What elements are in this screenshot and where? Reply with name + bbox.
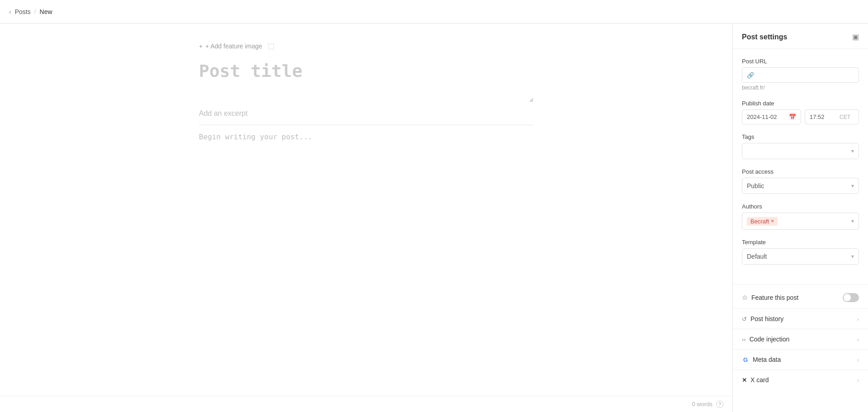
post-access-field: Post access Public Members only Paid mem…	[742, 168, 859, 194]
meta-data-row[interactable]: G Meta data ›	[733, 349, 868, 369]
post-body-input[interactable]	[199, 133, 533, 223]
code-injection-row[interactable]: ‹› Code injection ›	[733, 329, 868, 349]
star-icon: ☆	[742, 294, 748, 302]
meta-data-chevron-icon: ›	[857, 356, 859, 363]
current-page-label: New	[40, 8, 52, 15]
x-icon: ✕	[742, 377, 747, 384]
feature-image-bar: + + Add feature image ⬚	[199, 42, 533, 50]
post-title-input[interactable]	[199, 61, 533, 102]
x-card-label: X card	[750, 376, 769, 384]
timezone-label: CET	[840, 114, 850, 120]
publish-date-field: Publish date 📅 CET	[742, 100, 859, 124]
post-settings-sidebar: Post settings ▣ Post URL 🔗 becraft.fr/ P…	[732, 24, 868, 412]
word-count-bar: 0 words ?	[0, 396, 732, 412]
post-url-field: Post URL 🔗 becraft.fr/	[742, 58, 859, 91]
meta-data-label: Meta data	[753, 356, 781, 363]
post-history-row[interactable]: ↺ Post history ›	[733, 308, 868, 329]
authors-field: Authors Becraft × ▾	[742, 203, 859, 230]
sidebar-collapse-icon[interactable]: ▣	[852, 33, 859, 41]
nav-separator: /	[34, 8, 36, 15]
top-nav: ‹ Posts / New	[0, 0, 868, 24]
x-card-row[interactable]: ✕ X card ›	[733, 369, 868, 390]
tags-label: Tags	[742, 133, 859, 140]
image-settings-icon[interactable]: ⬚	[268, 42, 274, 50]
code-injection-left: ‹› Code injection	[742, 336, 789, 343]
date-input[interactable]	[747, 114, 786, 120]
time-input-wrapper: CET	[805, 109, 859, 124]
time-input[interactable]	[810, 114, 837, 120]
sidebar-title: Post settings	[742, 33, 787, 41]
meta-data-left: G Meta data	[742, 356, 781, 363]
google-g-icon: G	[742, 356, 749, 363]
template-select[interactable]: Default	[742, 249, 859, 264]
authors-chevron-icon: ▾	[851, 218, 854, 224]
tags-field: Tags ▾	[742, 133, 859, 159]
post-access-label: Post access	[742, 168, 859, 175]
authors-label: Authors	[742, 203, 859, 210]
feature-post-toggle[interactable]	[843, 293, 859, 302]
tags-select[interactable]	[742, 143, 859, 159]
editor-content: + + Add feature image ⬚	[199, 42, 533, 225]
code-injection-label: Code injection	[750, 336, 790, 343]
code-icon: ‹›	[742, 336, 746, 343]
url-base-text: becraft.fr/	[742, 85, 859, 91]
post-url-label: Post URL	[742, 58, 859, 65]
divider-1	[733, 284, 868, 285]
word-count-label: 0 words	[692, 401, 712, 407]
authors-input-wrapper[interactable]: Becraft × ▾	[742, 213, 859, 230]
publish-date-label: Publish date	[742, 100, 859, 107]
publish-date-row: 📅 CET	[742, 109, 859, 124]
x-card-left: ✕ X card	[742, 376, 769, 384]
post-url-input[interactable]	[757, 71, 854, 79]
add-feature-image-button[interactable]: + + Add feature image	[199, 43, 262, 50]
code-injection-chevron-icon: ›	[857, 336, 859, 343]
sidebar-body: Post URL 🔗 becraft.fr/ Publish date 📅	[733, 49, 868, 283]
plus-icon: +	[199, 43, 203, 50]
add-feature-image-label: + Add feature image	[205, 43, 262, 50]
post-access-select-wrapper: Public Members only Paid members only ▾	[742, 178, 859, 194]
word-count-help-icon[interactable]: ?	[716, 401, 723, 408]
history-icon: ↺	[742, 316, 747, 322]
post-history-chevron-icon: ›	[857, 316, 859, 322]
sidebar-header: Post settings ▣	[733, 24, 868, 49]
feature-post-left: ☆ Feature this post	[742, 294, 798, 302]
post-url-input-wrapper: 🔗	[742, 67, 859, 83]
x-card-chevron-icon: ›	[857, 377, 859, 384]
editor-area: + + Add feature image ⬚	[0, 24, 732, 412]
post-access-select[interactable]: Public Members only Paid members only	[742, 178, 859, 194]
posts-nav-link[interactable]: Posts	[15, 8, 31, 15]
template-select-wrapper: Default ▾	[742, 248, 859, 265]
breadcrumb: ‹ Posts / New	[9, 8, 52, 15]
author-tag-name: Becraft	[750, 218, 769, 225]
post-history-label: Post history	[750, 315, 783, 322]
calendar-icon[interactable]: 📅	[789, 114, 796, 120]
feature-post-label: Feature this post	[751, 294, 798, 301]
author-tag-remove-icon[interactable]: ×	[771, 218, 774, 224]
author-tag: Becraft ×	[747, 217, 778, 226]
main-container: + + Add feature image ⬚ 0 words ? Post s…	[0, 24, 868, 412]
feature-post-row[interactable]: ☆ Feature this post	[733, 287, 868, 308]
post-history-left: ↺ Post history	[742, 315, 783, 322]
template-label: Template	[742, 239, 859, 246]
date-input-wrapper: 📅	[742, 109, 801, 124]
link-icon: 🔗	[747, 72, 754, 79]
back-arrow-icon: ‹	[9, 8, 11, 15]
post-excerpt-input[interactable]	[199, 109, 533, 125]
tags-select-wrapper: ▾	[742, 143, 859, 159]
template-field: Template Default ▾	[742, 239, 859, 265]
